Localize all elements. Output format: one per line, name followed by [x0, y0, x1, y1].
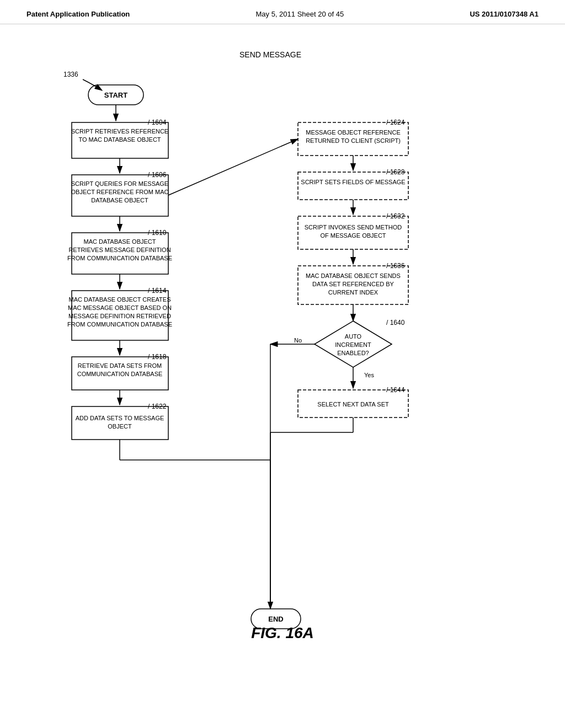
svg-text:ADD DATA SETS TO MESSAGE: ADD DATA SETS TO MESSAGE	[76, 415, 164, 421]
svg-line-65	[168, 139, 298, 195]
svg-text:MAC DATABASE OBJECT: MAC DATABASE OBJECT	[83, 238, 156, 245]
svg-text:MAC MESSAGE OBJECT BASED ON: MAC MESSAGE OBJECT BASED ON	[68, 304, 172, 311]
svg-text:OBJECT: OBJECT	[108, 423, 132, 430]
ref-1336: 1336	[63, 71, 78, 78]
svg-text:DATABASE OBJECT: DATABASE OBJECT	[91, 197, 148, 204]
svg-text:MAC DATABASE OBJECT CREATES: MAC DATABASE OBJECT CREATES	[69, 296, 171, 303]
svg-text:END: END	[268, 615, 283, 623]
header-patent-number: US 2011/0107348 A1	[470, 10, 539, 18]
svg-text:FROM COMMUNICATION DATABASE: FROM COMMUNICATION DATABASE	[67, 255, 172, 261]
ref-1640: / 1640	[386, 319, 405, 326]
svg-text:DATA SET REFERENCED BY: DATA SET REFERENCED BY	[312, 281, 395, 287]
svg-text:AUTO: AUTO	[345, 333, 362, 340]
svg-text:MESSAGE OBJECT REFERENCE: MESSAGE OBJECT REFERENCE	[306, 129, 401, 136]
header-date-sheet: May 5, 2011 Sheet 20 of 45	[256, 10, 344, 18]
svg-text:SCRIPT RETRIEVES REFERENCE: SCRIPT RETRIEVES REFERENCE	[71, 128, 168, 135]
svg-text:INCREMENT: INCREMENT	[335, 341, 371, 348]
svg-rect-37	[298, 172, 408, 200]
header-publication: Patent Application Publication	[26, 10, 130, 18]
page-header: Patent Application Publication May 5, 20…	[0, 0, 565, 24]
start-label: START	[104, 91, 127, 99]
svg-text:FROM COMMUNICATION DATABASE: FROM COMMUNICATION DATABASE	[67, 321, 172, 328]
svg-text:SCRIPT INVOKES SEND METHOD: SCRIPT INVOKES SEND METHOD	[305, 224, 402, 231]
svg-text:SCRIPT SETS FIELDS OF MESSAGE: SCRIPT SETS FIELDS OF MESSAGE	[301, 179, 405, 185]
svg-text:RETURNED TO CLIENT (SCRIPT): RETURNED TO CLIENT (SCRIPT)	[306, 137, 401, 144]
svg-text:RETRIEVE DATA SETS FROM: RETRIEVE DATA SETS FROM	[78, 362, 162, 369]
svg-text:OF MESSAGE OBJECT: OF MESSAGE OBJECT	[320, 232, 386, 239]
svg-text:SCRIPT QUERIES FOR MESSAGE: SCRIPT QUERIES FOR MESSAGE	[71, 180, 168, 187]
svg-text:COMMUNICATION DATABASE: COMMUNICATION DATABASE	[77, 371, 163, 377]
svg-text:No: No	[294, 337, 302, 344]
svg-text:TO MAC DATABASE OBJECT: TO MAC DATABASE OBJECT	[78, 136, 161, 143]
svg-text:OBJECT REFERENCE FROM MAC: OBJECT REFERENCE FROM MAC	[71, 189, 168, 195]
svg-text:SELECT NEXT DATA SET: SELECT NEXT DATA SET	[317, 401, 389, 408]
svg-text:MAC DATABASE OBJECT SENDS: MAC DATABASE OBJECT SENDS	[306, 272, 401, 279]
svg-text:Yes: Yes	[364, 372, 374, 378]
diagram-area: SEND MESSAGE 1336 START / 1604 SCRIPT RE…	[0, 24, 565, 675]
svg-text:CURRENT INDEX: CURRENT INDEX	[328, 289, 379, 296]
svg-text:ENABLED?: ENABLED?	[337, 350, 369, 356]
figure-label: FIG. 16A	[251, 624, 314, 642]
svg-text:MESSAGE DEFINITION RETRIEVED: MESSAGE DEFINITION RETRIEVED	[68, 313, 171, 319]
svg-text:RETRIEVES MESSAGE DEFINITION: RETRIEVES MESSAGE DEFINITION	[68, 247, 170, 253]
diagram-title: SEND MESSAGE	[239, 50, 301, 59]
